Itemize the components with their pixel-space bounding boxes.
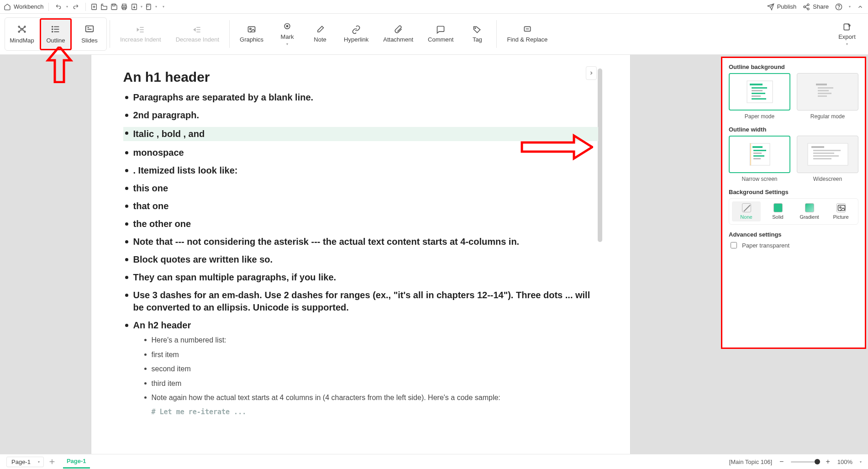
add-page-icon[interactable] [48,458,56,465]
decrease-indent-button[interactable]: Decrease Indent [171,18,224,50]
view-outline[interactable]: Outline [40,18,72,50]
mark-button[interactable]: Mark ▾ [274,18,301,50]
zoom-slider[interactable] [791,461,818,463]
svg-point-11 [807,8,809,10]
outline-item[interactable]: An h2 headerHere's a numbered list:first… [123,319,598,416]
export-quick-icon[interactable] [131,3,138,11]
outline-item[interactable]: Block quotes are written like so. [123,253,598,266]
help-icon[interactable] [835,3,842,11]
comment-button[interactable]: Comment [423,18,458,50]
bg-solid-label: Solid [772,214,783,220]
outline-subitem[interactable]: first item [143,350,598,360]
outline-item[interactable]: They can span multiple paragraphs, if yo… [123,271,598,284]
svg-line-24 [23,30,25,32]
zoom-level[interactable]: 100% [837,458,852,465]
page-selector[interactable]: Page-1 ▾ [6,457,44,467]
note-button[interactable]: Note [306,18,334,50]
zoom-knob[interactable] [815,459,820,464]
paper-viewport: An h1 header Paragraphs are separated by… [0,55,721,454]
publish-label: Publish [777,3,797,10]
svg-point-30 [52,32,53,32]
open-file-icon[interactable] [100,3,108,11]
attachment-button[interactable]: Attachment [379,18,418,50]
edit-file-dropdown-icon[interactable]: ▾ [155,5,157,9]
svg-rect-56 [818,87,833,89]
outline-label: Outline [46,37,65,44]
note-icon [315,25,325,34]
bg-paper-mode[interactable]: Paper mode [729,73,790,120]
edit-file-icon[interactable] [145,3,153,11]
tag-button[interactable]: Tag [463,18,491,50]
outline-subitem[interactable]: second item [143,364,598,374]
zoom-dropdown-icon[interactable]: ▾ [860,460,862,464]
solid-icon [773,203,783,212]
callout-arrow-right [520,133,593,161]
bg-gradient[interactable]: Gradient [795,201,824,221]
help-dropdown-icon[interactable]: ▾ [849,5,851,9]
note-label: Note [314,36,326,43]
increase-indent-button[interactable]: Increase Indent [116,18,166,50]
export-quick-dropdown-icon[interactable]: ▾ [141,5,142,9]
bg-none[interactable]: None [732,201,761,221]
outline-subitem[interactable]: third item [143,379,598,389]
outline-subitem[interactable]: Note again how the actual text starts at… [143,393,598,403]
svg-point-29 [52,29,53,30]
page-tab-1[interactable]: Page-1 [63,455,90,469]
new-file-icon[interactable] [90,3,98,11]
outline-item[interactable]: 2nd paragraph. [123,109,598,121]
outline-item[interactable]: . Itemized lists look like: [123,164,598,177]
find-replace-button[interactable]: Find & Replace [502,18,552,50]
bg-picture[interactable]: Picture [826,201,855,221]
mindmap-label: MindMap [10,37,34,44]
width-wide[interactable]: Widescreen [797,136,858,182]
find-replace-icon [522,25,532,34]
paper-transparent-checkbox[interactable]: Paper transparent [729,241,858,250]
width-narrow[interactable]: Narrow screen [729,136,790,182]
outline-subitem[interactable]: Here's a numbered list: [143,335,598,345]
workbench-button[interactable]: Workbench [4,3,44,11]
outline-item[interactable]: the other one [123,218,598,230]
export-button[interactable]: Export ▾ [833,18,861,50]
code-sample: # Let me re-iterate ... [143,407,598,416]
undo-dropdown-icon[interactable]: ▾ [66,5,68,9]
svg-line-22 [20,30,21,32]
picture-icon [836,203,846,212]
paper-transparent-input[interactable] [731,242,737,248]
print-icon[interactable] [121,3,128,11]
doc-title[interactable]: An h1 header [123,69,598,85]
zoom-in-icon[interactable]: + [826,458,830,466]
outline-item[interactable]: Use 3 dashes for an em-dash. Use 2 dashe… [123,289,598,314]
workbench-label: Workbench [14,3,44,10]
divider [229,20,230,48]
export-dropdown-icon[interactable]: ▾ [846,42,848,46]
attachment-icon [393,25,403,34]
hyperlink-button[interactable]: Hyperlink [339,18,373,50]
outline-item[interactable]: Paragraphs are separated by a blank line… [123,91,598,104]
panel-collapse-handle[interactable] [586,66,597,80]
svg-point-41 [250,28,251,30]
share-button[interactable]: Share [803,3,829,11]
scrollbar[interactable] [598,69,602,242]
outline-item[interactable]: Note that --- not considering the asteri… [123,236,598,248]
hyperlink-label: Hyperlink [344,36,368,43]
collapse-ribbon-icon[interactable] [857,4,863,10]
outline-item[interactable]: this one [123,182,598,195]
qat-overflow-icon[interactable]: ▾ [163,5,164,9]
view-slides[interactable]: Slides [74,18,105,50]
zoom-out-icon[interactable]: − [779,458,784,466]
svg-point-10 [804,6,805,8]
comment-label: Comment [428,36,453,43]
bg-solid[interactable]: Solid [763,201,792,221]
redo-icon[interactable] [71,2,81,12]
outline-item[interactable]: that one [123,200,598,212]
view-mindmap[interactable]: MindMap [6,18,38,50]
bg-regular-mode[interactable]: Regular mode [797,73,858,120]
mark-dropdown-icon[interactable]: ▾ [286,42,288,46]
svg-line-21 [20,27,21,29]
undo-icon[interactable] [53,2,63,12]
svg-point-9 [807,4,809,5]
graphics-button[interactable]: Graphics [235,18,268,50]
view-switcher: MindMap Outline Slides [5,17,107,51]
publish-button[interactable]: Publish [767,3,797,11]
save-icon[interactable] [110,3,118,11]
